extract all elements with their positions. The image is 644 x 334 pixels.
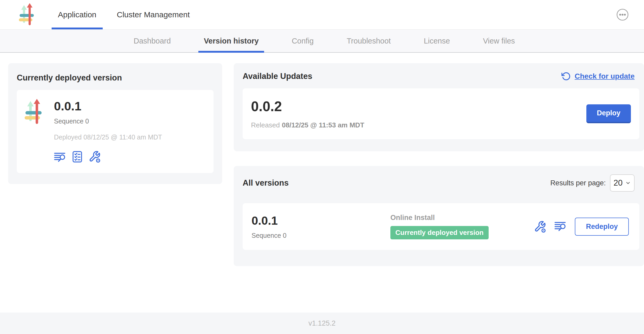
- tab-troubleshoot[interactable]: Troubleshoot: [330, 30, 407, 52]
- results-per-page-value: 20: [614, 178, 623, 188]
- results-per-page-label: Results per page:: [550, 179, 606, 187]
- edit-config-icon: [534, 220, 546, 233]
- tab-view-files[interactable]: View files: [466, 30, 531, 52]
- version-row: 0.0.1 Sequence 0 Online Install Currentl…: [243, 203, 639, 250]
- deployed-sequence: Sequence 0: [54, 117, 206, 125]
- tab-view-files-label: View files: [483, 37, 515, 45]
- update-released-line: Released08/12/25 @ 11:53 am MDT: [251, 121, 364, 129]
- row-sequence: Sequence 0: [252, 232, 390, 239]
- view-logs-icon: [554, 221, 566, 232]
- version-row-info: 0.0.1 Sequence 0: [252, 214, 390, 239]
- version-row-status: Online Install Currently deployed versio…: [390, 214, 534, 239]
- main-content: Currently deployed version 0.0.1: [0, 53, 644, 313]
- app-logo-icon: [19, 3, 35, 26]
- sub-nav: Dashboard Version history Config Trouble…: [0, 30, 644, 53]
- check-for-update-link[interactable]: Check for update: [561, 72, 635, 81]
- results-per-page: Results per page: 20: [550, 174, 635, 192]
- top-nav: Application Cluster Management: [0, 0, 644, 30]
- preflight-checks-button[interactable]: [72, 151, 82, 163]
- available-updates-title: Available Updates: [243, 72, 312, 81]
- app-logo-icon: [25, 99, 54, 163]
- ellipsis-menu-button[interactable]: [616, 8, 629, 21]
- tab-config[interactable]: Config: [275, 30, 330, 52]
- chevron-down-icon: [625, 180, 631, 186]
- ellipsis-menu-icon: [616, 8, 629, 21]
- view-logs-button[interactable]: [554, 221, 566, 232]
- console-version: v1.125.2: [308, 319, 336, 327]
- released-label: Released: [251, 121, 280, 129]
- row-version-number: 0.0.1: [252, 214, 390, 228]
- refresh-icon: [561, 72, 571, 81]
- app-footer: v1.125.2: [0, 313, 644, 334]
- deployed-card-title: Currently deployed version: [17, 73, 214, 83]
- deployed-card: Currently deployed version 0.0.1: [8, 63, 222, 184]
- edit-config-button[interactable]: [89, 150, 101, 163]
- deployed-version-meta: Sequence 0 Deployed 08/12/25 @ 11:40 am …: [54, 113, 206, 163]
- check-for-update-label: Check for update: [575, 72, 635, 80]
- top-tab-cluster-management[interactable]: Cluster Management: [110, 0, 197, 29]
- tab-license[interactable]: License: [407, 30, 466, 52]
- available-updates-card: Available Updates Check for update 0.0.2: [234, 63, 644, 151]
- top-tab-application[interactable]: Application: [51, 0, 103, 29]
- tab-version-history-label: Version history: [204, 37, 259, 45]
- tab-troubleshoot-label: Troubleshoot: [347, 37, 391, 45]
- tab-license-label: License: [424, 37, 450, 45]
- update-version-number: 0.0.2: [251, 98, 364, 114]
- tab-version-history[interactable]: Version history: [187, 30, 275, 52]
- top-tab-application-label: Application: [58, 10, 96, 19]
- released-timestamp: 08/12/25 @ 11:53 am MDT: [282, 121, 364, 129]
- edit-config-icon: [89, 150, 101, 163]
- edit-config-button[interactable]: [534, 220, 546, 233]
- deploy-button[interactable]: Deploy: [586, 104, 631, 123]
- preflight-checks-icon: [72, 151, 82, 163]
- tab-config-label: Config: [292, 37, 314, 45]
- update-info: 0.0.2 Released08/12/25 @ 11:53 am MDT: [251, 98, 364, 129]
- tab-dashboard-label: Dashboard: [134, 37, 171, 45]
- right-column: Available Updates Check for update 0.0.2: [234, 63, 644, 266]
- update-row: 0.0.2 Released08/12/25 @ 11:53 am MDT De…: [243, 88, 639, 139]
- install-type-label: Online Install: [390, 214, 534, 222]
- version-row-actions: Redeploy: [534, 218, 630, 236]
- top-tab-cluster-management-label: Cluster Management: [117, 10, 190, 19]
- deployed-version-number: 0.0.1: [54, 99, 206, 113]
- all-versions-card: All versions Results per page: 20: [234, 166, 644, 266]
- deployed-actions: [54, 150, 206, 163]
- view-logs-icon: [54, 152, 66, 163]
- results-per-page-select[interactable]: 20: [610, 174, 635, 192]
- currently-deployed-badge: Currently deployed version: [390, 226, 489, 239]
- tab-dashboard[interactable]: Dashboard: [117, 30, 187, 52]
- all-versions-title: All versions: [243, 178, 289, 188]
- deployed-version-panel: 0.0.1 Sequence 0 Deployed 08/12/25 @ 11:…: [17, 90, 214, 173]
- view-logs-button[interactable]: [54, 152, 66, 163]
- deployed-timestamp: Deployed 08/12/25 @ 11:40 am MDT: [54, 133, 206, 141]
- redeploy-button[interactable]: Redeploy: [575, 218, 629, 236]
